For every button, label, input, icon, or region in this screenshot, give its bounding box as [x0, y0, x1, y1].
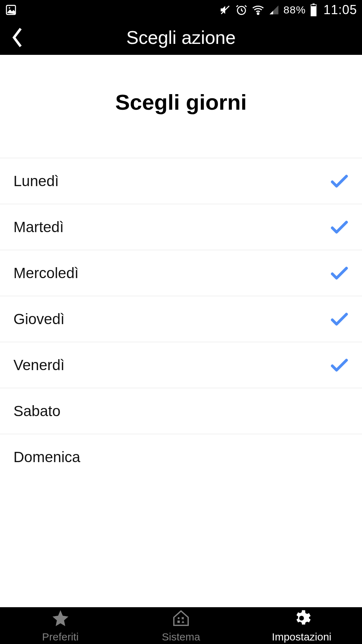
wifi-icon [252, 4, 264, 16]
day-item-sabato[interactable]: Sabato [0, 388, 362, 434]
battery-percentage: 88% [284, 4, 306, 16]
gear-icon [292, 609, 311, 630]
day-label: Mercoledì [13, 265, 78, 282]
day-item-domenica[interactable]: Domenica [0, 434, 362, 480]
day-item-mercoledi[interactable]: Mercoledì [0, 250, 362, 296]
day-item-lunedi[interactable]: Lunedì [0, 158, 362, 204]
check-icon [330, 220, 349, 234]
day-item-martedi[interactable]: Martedì [0, 204, 362, 250]
section-title: Scegli giorni [0, 55, 362, 158]
svg-point-1 [9, 7, 10, 8]
status-left [5, 4, 17, 16]
nav-impostazioni[interactable]: Impostazioni [241, 609, 362, 643]
svg-rect-7 [311, 6, 316, 17]
house-icon [171, 609, 191, 630]
check-icon [330, 358, 349, 372]
mute-icon [219, 4, 231, 16]
day-label: Giovedì [13, 311, 65, 328]
nav-preferiti[interactable]: Preferiti [0, 609, 121, 643]
days-list: Lunedì Martedì Mercoledì Giovedì Venerdì… [0, 158, 362, 480]
star-icon [51, 609, 70, 630]
nav-sistema[interactable]: Sistema [121, 609, 241, 643]
day-label: Martedì [13, 219, 64, 236]
nav-label: Preferiti [42, 631, 78, 643]
svg-rect-9 [177, 620, 180, 623]
status-right: 88% 11:05 [219, 2, 357, 17]
svg-point-10 [299, 616, 304, 621]
nav-label: Impostazioni [272, 631, 331, 643]
bottom-nav: Preferiti Sistema Impostazioni [0, 607, 362, 644]
check-icon [330, 266, 349, 280]
check-icon [330, 312, 349, 326]
day-label: Sabato [13, 403, 60, 420]
app-header: Scegli azione [0, 20, 362, 55]
status-bar: 88% 11:05 [0, 0, 362, 20]
svg-point-4 [257, 13, 259, 15]
day-label: Lunedì [13, 173, 59, 190]
nav-label: Sistema [162, 631, 200, 643]
day-label: Venerdì [13, 357, 65, 374]
header-title: Scegli azione [0, 27, 362, 48]
day-item-giovedi[interactable]: Giovedì [0, 296, 362, 342]
day-item-venerdi[interactable]: Venerdì [0, 342, 362, 388]
day-label: Domenica [13, 449, 80, 466]
clock-text: 11:05 [323, 2, 357, 17]
image-icon [5, 4, 17, 16]
battery-icon [310, 4, 317, 16]
signal-icon [269, 5, 279, 15]
alarm-icon [235, 4, 247, 16]
check-icon [330, 174, 349, 188]
content-area: Scegli giorni Lunedì Martedì Mercoledì G… [0, 55, 362, 607]
back-button[interactable] [6, 27, 28, 48]
svg-point-8 [178, 617, 180, 619]
